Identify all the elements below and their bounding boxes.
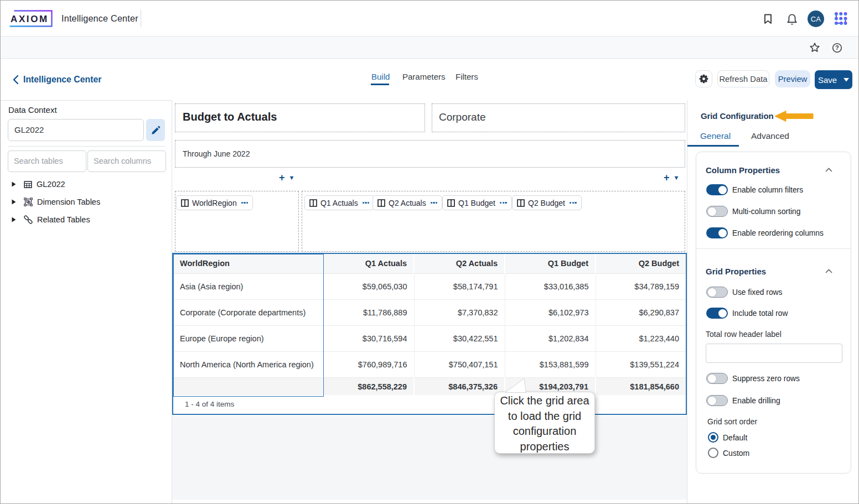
svg-text:?: ? xyxy=(835,44,839,51)
